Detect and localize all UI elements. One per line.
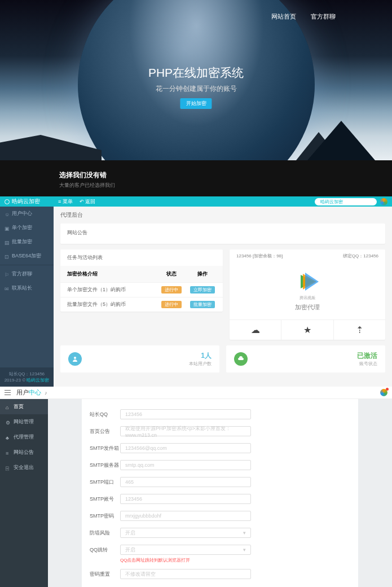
chevron-down-icon: ▾ <box>243 530 246 536</box>
nav-contact[interactable]: ✉联系站长 <box>0 281 54 295</box>
table-header: 加密价格介绍 状态 操作 <box>60 266 223 282</box>
input-qq[interactable]: 123456 <box>120 409 251 419</box>
top-nav: 网站首页 官方群聊 <box>271 12 336 21</box>
users-icon <box>68 352 82 366</box>
hero-banner: 网站首页 官方群聊 PHP在线加密系统 花一分钟创建属于你的账号 开始加密 <box>0 0 392 160</box>
cloud-icon <box>234 352 248 366</box>
nav-group[interactable]: 官方群聊 <box>311 12 336 21</box>
task-label: 任务与活动列表 <box>60 249 223 266</box>
nav2-home[interactable]: ⌂首页 <box>0 399 48 414</box>
lock-icon: ▣ <box>5 226 9 230</box>
user-icon: ☺ <box>5 212 9 216</box>
nav2-site-admin[interactable]: ⚙网站管理 <box>0 414 48 430</box>
topbar2: 用户中心 ♪ <box>0 387 392 399</box>
account-qq: 绑定QQ：123456 <box>343 253 378 259</box>
upload-icon[interactable]: ☁ <box>230 320 281 340</box>
avatar-icon[interactable] <box>380 389 387 396</box>
page-title: 代理后台 <box>60 211 385 219</box>
hint-qqjump: QQ点击网址跳转到默认浏览器打开 <box>120 557 358 563</box>
account-card: 123456 [加密余额：98] 绑定QQ：123456 腾讯视频 加密代理 ☁ <box>230 249 385 340</box>
task-card: 任务与活动列表 加密价格介绍 状态 操作 单个加密文件（1）屿购币 进行中 立即… <box>60 249 223 312</box>
action-button[interactable]: 立即加密 <box>190 286 215 294</box>
settings-form: 站长QQ123456 首页公告欢迎使用开源PHP加密系统<p>末影小屋首发：ww… <box>82 399 358 587</box>
group-icon: ⚐ <box>5 272 9 277</box>
input-smtp-pass[interactable]: mrxjgyubbbdohf <box>120 511 251 521</box>
cloud-icon <box>5 199 10 204</box>
nav2-logout[interactable]: ⍈安全退出 <box>0 460 48 475</box>
share-icon[interactable]: ⇡ <box>333 320 385 340</box>
label-smtp-from: SMTP发件箱 <box>90 445 120 452</box>
tencent-video-icon <box>296 270 319 293</box>
stat-users: 1人本站用户数 <box>60 345 219 373</box>
status-badge: 进行中 <box>161 286 182 294</box>
nav2-site-notice[interactable]: ≡网站公告 <box>0 445 48 460</box>
avatar-icon[interactable] <box>380 198 387 205</box>
account-balance: 123456 [加密余额：98] <box>236 253 283 259</box>
hero-title: PHP在线加密系统 <box>148 65 244 81</box>
nav-user-center[interactable]: ☺用户中心 <box>0 207 54 221</box>
slogan-sub: 大量的客户已经选择我们 <box>59 182 392 189</box>
sidebar-footer: 站长QQ：123456 2019-23 © 晧屿云加密 <box>0 367 54 387</box>
slogan-title: 选择我们没有错 <box>59 170 392 180</box>
mountain-graphic <box>0 115 392 160</box>
label-pwd: 密码重置 <box>90 571 120 578</box>
label-qq: 站长QQ <box>90 411 120 418</box>
files-icon: ▤ <box>5 240 9 244</box>
b64-icon: ⊡ <box>5 254 9 259</box>
select-guard[interactable]: 开启▾ <box>120 528 251 538</box>
nav-home[interactable]: 网站首页 <box>271 12 296 21</box>
music-icon[interactable]: ♪ <box>45 390 47 396</box>
notice-label: 网站公告 <box>67 229 378 236</box>
input-smtp-host[interactable]: smtp.qq.com <box>120 460 251 470</box>
search-input[interactable]: 晧屿云加密 <box>315 198 377 205</box>
select-qqjump[interactable]: 开启▾ <box>120 545 251 555</box>
input-notice[interactable]: 欢迎使用开源PHP加密系统<p>末影小屋首发：www.m213.cn <box>120 426 251 436</box>
nav-single-encrypt[interactable]: ▣单个加密 <box>0 221 54 235</box>
contact-icon: ✉ <box>5 286 9 291</box>
topbar: ≡ 菜单 ↶ 返回 晧屿云加密 <box>54 196 392 207</box>
settings-panel: ⌂首页 ⚙网站管理 ♣代理管理 ≡网站公告 ⍈安全退出 站长QQ123456 首… <box>0 399 392 587</box>
logout-icon: ⍈ <box>6 466 10 470</box>
side-nav: ☺用户中心 ▣单个加密 ▤批量加密 ⊡BASE64加密 ⚐官方群聊 ✉联系站长 <box>0 207 54 367</box>
admin-dashboard: 晧屿云加密 ☺用户中心 ▣单个加密 ▤批量加密 ⊡BASE64加密 ⚐官方群聊 … <box>0 196 392 387</box>
back-button[interactable]: ↶ 返回 <box>80 198 96 205</box>
bell-icon: ≡ <box>6 450 10 455</box>
label-qqjump: QQ跳转 <box>90 546 120 554</box>
nav-batch-encrypt[interactable]: ▤批量加密 <box>0 235 54 249</box>
chevron-down-icon: ▾ <box>243 547 246 553</box>
start-button[interactable]: 开始加密 <box>180 98 212 109</box>
action-button[interactable]: 批量加密 <box>190 301 215 308</box>
notice-card: 网站公告 <box>60 224 385 244</box>
agent-title: 加密代理 <box>230 303 385 312</box>
users-icon: ♣ <box>6 435 10 440</box>
svg-point-0 <box>74 357 76 359</box>
footer-link[interactable]: 晧屿云加密 <box>27 378 49 383</box>
input-smtp-from[interactable]: 1234566@qq.com <box>120 443 251 453</box>
label-smtp-host: SMTP服务器 <box>90 462 120 469</box>
brand2: 用户中心 <box>16 388 41 397</box>
home-icon: ⌂ <box>6 405 10 409</box>
hero-subtitle: 花一分钟创建属于你的账号 <box>148 84 244 94</box>
label-smtp-port: SMTP端口 <box>90 479 120 486</box>
star-icon[interactable]: ★ <box>281 320 333 340</box>
agent-sub: 腾讯视频 <box>230 295 385 301</box>
brand: 晧屿云加密 <box>0 196 54 207</box>
input-smtp-port[interactable]: 465 <box>120 477 251 487</box>
menu-toggle[interactable] <box>5 390 11 395</box>
table-row: 单个加密文件（1）屿购币 进行中 立即加密 <box>60 282 223 297</box>
stat-status: 已激活账号状态 <box>226 345 385 373</box>
status-badge: 进行中 <box>161 301 182 308</box>
slogan-bar: 选择我们没有错 大量的客户已经选择我们 <box>0 160 392 196</box>
sidebar2: ⌂首页 ⚙网站管理 ♣代理管理 ≡网站公告 ⍈安全退出 <box>0 399 48 587</box>
label-notice: 首页公告 <box>90 428 120 435</box>
table-row: 批量加密文件（5）屿购币 进行中 批量加密 <box>60 297 223 312</box>
input-pwd[interactable]: 不修改请留空 <box>120 569 251 579</box>
menu-toggle[interactable]: ≡ 菜单 <box>58 198 73 205</box>
input-smtp-user[interactable]: 123456 <box>120 494 251 504</box>
nav-base64[interactable]: ⊡BASE64加密 <box>0 249 54 263</box>
label-guard: 防墙风险 <box>90 529 120 537</box>
gear-icon: ⚙ <box>6 420 10 424</box>
nav2-agent-admin[interactable]: ♣代理管理 <box>0 430 48 445</box>
label-smtp-pass: SMTP密码 <box>90 512 120 520</box>
nav-group-chat[interactable]: ⚐官方群聊 <box>0 267 54 281</box>
